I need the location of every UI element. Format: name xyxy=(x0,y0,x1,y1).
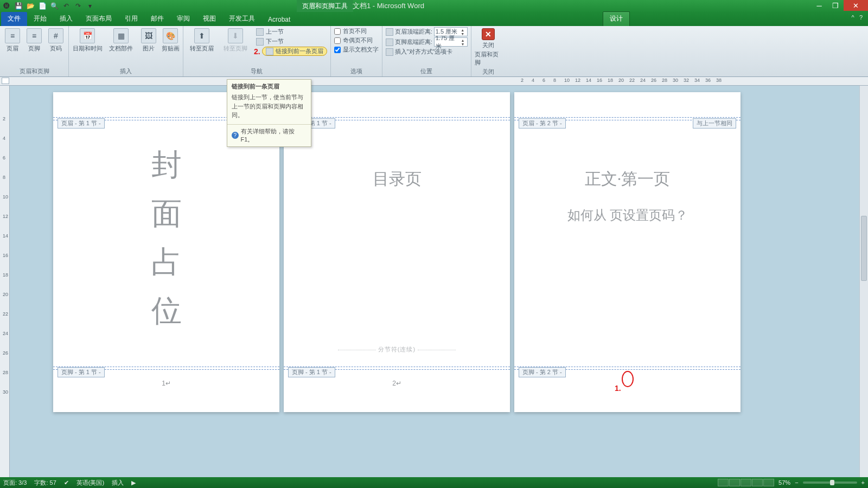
tab-mailings[interactable]: 邮件 xyxy=(144,12,170,26)
tab-view[interactable]: 视图 xyxy=(196,12,222,26)
diff-odd-even-checkbox[interactable]: 奇偶页不同 xyxy=(334,36,379,44)
goto-header-icon: ⬆ xyxy=(194,28,209,43)
new-icon[interactable]: 📄 xyxy=(38,2,47,10)
next-section-button[interactable]: 下一节 xyxy=(254,37,327,46)
next-icon xyxy=(256,38,264,46)
status-macro-icon[interactable]: ▶ xyxy=(131,479,136,486)
help-icon: ? xyxy=(232,132,239,139)
show-doc-text-checkbox[interactable]: 显示文档文字 xyxy=(334,46,379,54)
view-full-reading[interactable] xyxy=(729,479,740,486)
tab-review[interactable]: 审阅 xyxy=(170,12,196,26)
open-icon[interactable]: 📂 xyxy=(26,2,35,10)
vertical-scrollbar[interactable] xyxy=(859,86,868,477)
prev-section-button[interactable]: 上一节 xyxy=(254,27,327,36)
tab-file[interactable]: 文件 xyxy=(1,12,27,26)
group-insert: 📅日期和时间 ▦文档部件 🖼图片 🎨剪贴画 插入 xyxy=(69,26,183,76)
header-dist-icon xyxy=(386,28,393,36)
zoom-in-button[interactable]: + xyxy=(861,479,865,486)
save-icon[interactable]: 💾 xyxy=(14,2,23,10)
status-mode[interactable]: 插入 xyxy=(112,479,124,487)
footer-dist-input[interactable]: 1.75 厘米▲▼ xyxy=(434,37,468,47)
status-page[interactable]: 页面: 3/3 xyxy=(3,479,27,487)
header-button[interactable]: ≡页眉 xyxy=(3,27,22,53)
view-outline[interactable] xyxy=(752,479,763,486)
horizontal-ruler[interactable]: 2468101214161820222426283032343638 xyxy=(0,77,868,86)
redo-icon[interactable]: ↷ xyxy=(74,2,82,10)
page-number-cursor[interactable] xyxy=(514,371,741,387)
undo-icon[interactable]: ↶ xyxy=(62,2,71,10)
group-label: 导航 xyxy=(187,66,327,76)
prev-icon xyxy=(256,28,264,36)
picture-button[interactable]: 🖼图片 xyxy=(139,27,158,53)
group-close: ✕ 关闭 页眉和页脚 关闭 xyxy=(471,26,505,76)
tab-home[interactable]: 开始 xyxy=(27,12,53,26)
ribbon: ≡页眉 ≡页脚 #页码 页眉和页脚 📅日期和时间 ▦文档部件 🖼图片 🎨剪贴画 … xyxy=(0,26,868,77)
ribbon-tabs: 文件 开始 插入 页面布局 引用 邮件 审阅 视图 开发工具 Acrobat 设… xyxy=(0,12,868,26)
title-bar: 🅦 💾 📂 📄 🔍 ↶ ↷ ▾ 页眉和页脚工具 文档1 - Microsoft … xyxy=(0,0,868,12)
tab-insert[interactable]: 插入 xyxy=(53,12,79,26)
clipart-icon: 🎨 xyxy=(163,28,178,43)
contextual-tab-label: 页眉和页脚工具 xyxy=(297,0,353,12)
footer-button[interactable]: ≡页脚 xyxy=(25,27,43,53)
view-print-layout[interactable] xyxy=(718,479,729,486)
footer-tag: 页脚 - 第 1 节 - xyxy=(288,367,335,377)
tab-developer[interactable]: 开发工具 xyxy=(222,12,261,26)
vertical-ruler[interactable]: 24681012141618202224262830 xyxy=(0,86,10,477)
footer-dist-icon xyxy=(386,38,393,46)
status-language[interactable]: 英语(美国) xyxy=(76,479,104,487)
page-2[interactable]: 页眉 - 第 1 节 - 目录页 分节符(连续) 页脚 - 第 1 节 - 2↵ xyxy=(284,92,510,412)
restore-button[interactable]: ❐ xyxy=(827,0,844,11)
goto-footer-button[interactable]: ⬇转至页脚 xyxy=(220,27,251,53)
datetime-button[interactable]: 📅日期和时间 xyxy=(72,27,103,53)
annotation-2: 2. xyxy=(254,47,260,56)
diff-first-page-checkbox[interactable]: 首页不同 xyxy=(334,27,379,35)
preview-icon[interactable]: 🔍 xyxy=(50,2,59,10)
group-options: 首页不同 奇偶页不同 显示文档文字 选项 xyxy=(331,26,382,76)
docparts-button[interactable]: ▦文档部件 xyxy=(106,27,136,53)
word-app-icon: 🅦 xyxy=(2,2,11,10)
status-words[interactable]: 字数: 57 xyxy=(34,479,56,487)
group-label: 位置 xyxy=(386,66,468,76)
zoom-percent[interactable]: 57% xyxy=(778,479,790,486)
tab-acrobat[interactable]: Acrobat xyxy=(261,14,297,26)
page-number-button[interactable]: #页码 xyxy=(47,27,65,53)
close-window-button[interactable]: ✕ xyxy=(844,0,868,11)
zoom-thumb[interactable] xyxy=(830,480,834,485)
tab-page-layout[interactable]: 页面布局 xyxy=(79,12,118,26)
ribbon-collapse-icon[interactable]: ^ ? xyxy=(852,14,863,21)
scrollbar-thumb[interactable] xyxy=(861,216,867,281)
same-as-previous-tag: 与上一节相同 xyxy=(693,118,736,129)
header-tag: 页眉 - 第 2 节 - xyxy=(519,118,566,129)
insert-align-tab-button[interactable]: 插入"对齐方式"选项卡 xyxy=(386,48,468,56)
header-dist-label: 页眉顶端距离: xyxy=(395,28,432,36)
tab-design[interactable]: 设计 xyxy=(603,11,630,26)
tooltip-link-to-previous: 链接到前一条页眉 链接到上一节，使当前节与上一节的页眉和页脚内容相同。 ?有关详… xyxy=(227,79,311,147)
view-draft[interactable] xyxy=(763,479,774,486)
group-label: 关闭 xyxy=(475,67,502,77)
tooltip-title: 链接到前一条页眉 xyxy=(227,80,311,92)
goto-footer-icon: ⬇ xyxy=(228,28,243,43)
ruler-corner[interactable] xyxy=(2,78,9,84)
qat-dropdown-icon[interactable]: ▾ xyxy=(86,2,94,10)
view-buttons xyxy=(718,479,774,486)
align-tab-icon xyxy=(386,48,393,56)
workspace: 24681012141618202224262830 页眉 - 第 1 节 - … xyxy=(0,86,868,477)
clipart-button[interactable]: 🎨剪贴画 xyxy=(161,27,180,53)
page-number-icon: # xyxy=(48,28,63,43)
minimize-button[interactable]: ─ xyxy=(811,0,827,11)
page-content: 目录页 xyxy=(295,141,499,347)
close-header-footer-button[interactable]: ✕ 关闭 页眉和页脚 xyxy=(475,27,502,67)
page-3[interactable]: 页眉 - 第 2 节 - 与上一节相同 正文·第一页 如何从 页设置页码？ 页脚… xyxy=(514,92,741,412)
group-navigation: ⬆转至页眉 ⬇转至页脚 上一节 下一节 2. 链接到前一条页眉 导航 xyxy=(183,26,331,76)
zoom-out-button[interactable]: − xyxy=(795,479,798,486)
group-label: 页眉和页脚 xyxy=(3,66,65,76)
picture-icon: 🖼 xyxy=(141,28,156,43)
goto-header-button[interactable]: ⬆转至页眉 xyxy=(187,27,217,53)
tab-references[interactable]: 引用 xyxy=(118,12,144,26)
status-proof-icon[interactable]: ✔ xyxy=(64,479,69,486)
link-to-previous-button[interactable]: 链接到前一条页眉 xyxy=(262,47,327,56)
group-position: 页眉顶端距离:1.5 厘米▲▼ 页脚底端距离:1.75 厘米▲▼ 插入"对齐方式… xyxy=(382,26,471,76)
view-web[interactable] xyxy=(741,479,751,486)
zoom-slider[interactable] xyxy=(803,481,857,484)
header-icon: ≡ xyxy=(5,28,20,43)
